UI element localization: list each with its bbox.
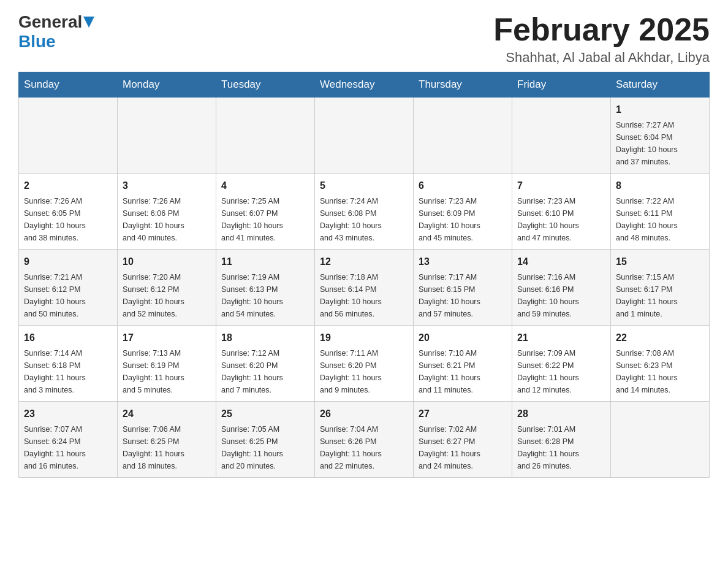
calendar-day-14: 14Sunrise: 7:16 AMSunset: 6:16 PMDayligh…	[512, 250, 611, 326]
day-number: 24	[123, 407, 211, 421]
page-header: General Blue February 2025 Shahhat, Al J…	[18, 12, 710, 66]
calendar-day-7: 7Sunrise: 7:23 AMSunset: 6:10 PMDaylight…	[512, 174, 611, 250]
month-title: February 2025	[493, 12, 710, 47]
day-info: Sunrise: 7:24 AMSunset: 6:08 PMDaylight:…	[320, 195, 408, 244]
day-number: 14	[517, 255, 605, 269]
calendar-week-row: 1Sunrise: 7:27 AMSunset: 6:04 PMDaylight…	[19, 98, 710, 174]
day-number: 5	[320, 178, 408, 193]
day-number: 4	[221, 178, 309, 193]
day-number: 13	[419, 255, 507, 269]
day-number: 26	[320, 407, 408, 421]
day-info: Sunrise: 7:25 AMSunset: 6:07 PMDaylight:…	[221, 195, 309, 244]
day-number: 2	[24, 178, 112, 193]
day-of-week-saturday: Saturday	[611, 72, 710, 98]
day-info: Sunrise: 7:20 AMSunset: 6:12 PMDaylight:…	[123, 271, 211, 320]
day-number: 6	[419, 178, 507, 193]
day-info: Sunrise: 7:12 AMSunset: 6:20 PMDaylight:…	[221, 347, 309, 396]
day-info: Sunrise: 7:26 AMSunset: 6:05 PMDaylight:…	[24, 195, 112, 244]
day-info: Sunrise: 7:26 AMSunset: 6:06 PMDaylight:…	[123, 195, 211, 244]
day-of-week-monday: Monday	[118, 72, 216, 98]
day-number: 20	[419, 331, 507, 345]
day-info: Sunrise: 7:27 AMSunset: 6:04 PMDaylight:…	[616, 119, 704, 168]
logo: General Blue	[18, 12, 94, 52]
day-of-week-tuesday: Tuesday	[216, 72, 315, 98]
day-info: Sunrise: 7:17 AMSunset: 6:15 PMDaylight:…	[419, 271, 507, 320]
svg-marker-0	[83, 17, 94, 28]
calendar-day-13: 13Sunrise: 7:17 AMSunset: 6:15 PMDayligh…	[414, 250, 512, 326]
calendar-week-row: 2Sunrise: 7:26 AMSunset: 6:05 PMDaylight…	[19, 174, 710, 250]
calendar-day-20: 20Sunrise: 7:10 AMSunset: 6:21 PMDayligh…	[414, 326, 512, 402]
day-info: Sunrise: 7:09 AMSunset: 6:22 PMDaylight:…	[517, 347, 605, 396]
day-number: 23	[24, 407, 112, 421]
calendar-day-2: 2Sunrise: 7:26 AMSunset: 6:05 PMDaylight…	[19, 174, 118, 250]
day-number: 12	[320, 255, 408, 269]
day-info: Sunrise: 7:23 AMSunset: 6:10 PMDaylight:…	[517, 195, 605, 244]
day-info: Sunrise: 7:23 AMSunset: 6:09 PMDaylight:…	[419, 195, 507, 244]
calendar-day-11: 11Sunrise: 7:19 AMSunset: 6:13 PMDayligh…	[216, 250, 315, 326]
calendar-day-21: 21Sunrise: 7:09 AMSunset: 6:22 PMDayligh…	[512, 326, 611, 402]
title-section: February 2025 Shahhat, Al Jabal al Akhda…	[493, 12, 710, 66]
day-info: Sunrise: 7:21 AMSunset: 6:12 PMDaylight:…	[24, 271, 112, 320]
logo-general-text: General	[18, 12, 82, 32]
day-number: 3	[123, 178, 211, 193]
day-number: 28	[517, 407, 605, 421]
day-info: Sunrise: 7:07 AMSunset: 6:24 PMDaylight:…	[24, 423, 112, 472]
calendar-day-27: 27Sunrise: 7:02 AMSunset: 6:27 PMDayligh…	[414, 402, 512, 478]
day-info: Sunrise: 7:05 AMSunset: 6:25 PMDaylight:…	[221, 423, 309, 472]
day-info: Sunrise: 7:04 AMSunset: 6:26 PMDaylight:…	[320, 423, 408, 472]
day-number: 11	[221, 255, 309, 269]
day-of-week-wednesday: Wednesday	[315, 72, 414, 98]
day-info: Sunrise: 7:11 AMSunset: 6:20 PMDaylight:…	[320, 347, 408, 396]
location-title: Shahhat, Al Jabal al Akhdar, Libya	[493, 50, 710, 66]
day-number: 1	[616, 102, 704, 117]
day-info: Sunrise: 7:18 AMSunset: 6:14 PMDaylight:…	[320, 271, 408, 320]
calendar-day-22: 22Sunrise: 7:08 AMSunset: 6:23 PMDayligh…	[611, 326, 710, 402]
day-number: 18	[221, 331, 309, 345]
logo-triangle-icon	[83, 17, 94, 30]
day-of-week-friday: Friday	[512, 72, 611, 98]
day-info: Sunrise: 7:14 AMSunset: 6:18 PMDaylight:…	[24, 347, 112, 396]
day-number: 17	[123, 331, 211, 345]
calendar-day-24: 24Sunrise: 7:06 AMSunset: 6:25 PMDayligh…	[118, 402, 216, 478]
calendar-day-18: 18Sunrise: 7:12 AMSunset: 6:20 PMDayligh…	[216, 326, 315, 402]
calendar-week-row: 16Sunrise: 7:14 AMSunset: 6:18 PMDayligh…	[19, 326, 710, 402]
calendar-empty-cell	[216, 98, 315, 174]
day-number: 25	[221, 407, 309, 421]
calendar-empty-cell	[315, 98, 414, 174]
calendar-day-25: 25Sunrise: 7:05 AMSunset: 6:25 PMDayligh…	[216, 402, 315, 478]
day-info: Sunrise: 7:06 AMSunset: 6:25 PMDaylight:…	[123, 423, 211, 472]
calendar-day-15: 15Sunrise: 7:15 AMSunset: 6:17 PMDayligh…	[611, 250, 710, 326]
day-info: Sunrise: 7:01 AMSunset: 6:28 PMDaylight:…	[517, 423, 605, 472]
calendar-day-16: 16Sunrise: 7:14 AMSunset: 6:18 PMDayligh…	[19, 326, 118, 402]
day-of-week-sunday: Sunday	[19, 72, 118, 98]
day-of-week-thursday: Thursday	[414, 72, 512, 98]
calendar-empty-cell	[512, 98, 611, 174]
day-number: 21	[517, 331, 605, 345]
calendar-day-1: 1Sunrise: 7:27 AMSunset: 6:04 PMDaylight…	[611, 98, 710, 174]
day-number: 8	[616, 178, 704, 193]
calendar-empty-cell	[414, 98, 512, 174]
day-number: 27	[419, 407, 507, 421]
calendar-empty-cell	[611, 402, 710, 478]
day-info: Sunrise: 7:08 AMSunset: 6:23 PMDaylight:…	[616, 347, 704, 396]
day-number: 19	[320, 331, 408, 345]
day-info: Sunrise: 7:15 AMSunset: 6:17 PMDaylight:…	[616, 271, 704, 320]
calendar-day-8: 8Sunrise: 7:22 AMSunset: 6:11 PMDaylight…	[611, 174, 710, 250]
day-info: Sunrise: 7:19 AMSunset: 6:13 PMDaylight:…	[221, 271, 309, 320]
calendar-day-26: 26Sunrise: 7:04 AMSunset: 6:26 PMDayligh…	[315, 402, 414, 478]
day-number: 15	[616, 255, 704, 269]
calendar-day-19: 19Sunrise: 7:11 AMSunset: 6:20 PMDayligh…	[315, 326, 414, 402]
calendar-week-row: 23Sunrise: 7:07 AMSunset: 6:24 PMDayligh…	[19, 402, 710, 478]
calendar-table: SundayMondayTuesdayWednesdayThursdayFrid…	[18, 72, 710, 478]
calendar-day-23: 23Sunrise: 7:07 AMSunset: 6:24 PMDayligh…	[19, 402, 118, 478]
calendar-day-5: 5Sunrise: 7:24 AMSunset: 6:08 PMDaylight…	[315, 174, 414, 250]
calendar-empty-cell	[19, 98, 118, 174]
calendar-empty-cell	[118, 98, 216, 174]
calendar-day-6: 6Sunrise: 7:23 AMSunset: 6:09 PMDaylight…	[414, 174, 512, 250]
day-number: 10	[123, 255, 211, 269]
logo-blue-text: Blue	[18, 32, 56, 51]
calendar-day-4: 4Sunrise: 7:25 AMSunset: 6:07 PMDaylight…	[216, 174, 315, 250]
calendar-day-17: 17Sunrise: 7:13 AMSunset: 6:19 PMDayligh…	[118, 326, 216, 402]
day-info: Sunrise: 7:13 AMSunset: 6:19 PMDaylight:…	[123, 347, 211, 396]
calendar-header-row: SundayMondayTuesdayWednesdayThursdayFrid…	[19, 72, 710, 98]
